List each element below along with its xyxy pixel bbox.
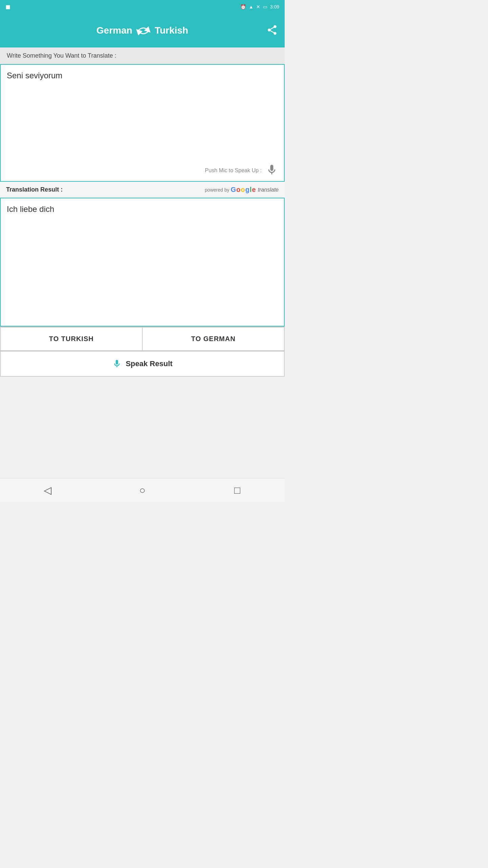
result-box: Ich liebe dich [0, 198, 285, 327]
signal-icon: ✕ [256, 4, 260, 9]
status-bar-right: ⏰ ▲ ✕ ▭ 3:09 [240, 4, 279, 9]
g-letter2: g [245, 186, 249, 194]
translation-result-text: Ich liebe dich [7, 204, 54, 214]
nav-bar: ◁ ○ □ [0, 478, 285, 502]
alarm-icon: ⏰ [240, 4, 246, 9]
wifi-icon: ▲ [249, 4, 253, 9]
app-icon: ◼ [5, 3, 11, 11]
powered-by: powered by G o o g l e translate [205, 186, 279, 194]
microphone-icon [266, 164, 278, 176]
mic-button[interactable] [266, 164, 278, 177]
translation-input[interactable]: Seni seviyorum [1, 65, 284, 160]
input-section: Seni seviyorum Push Mic to Speak Up : [0, 64, 285, 182]
translate-logo-text: translate [258, 187, 279, 193]
speak-mic-icon [112, 359, 122, 369]
translation-header: Translation Result : powered by G o o g … [0, 182, 285, 198]
o-letter: o [236, 186, 240, 194]
logo-text: German Turkish [97, 24, 188, 37]
l-letter: l [250, 186, 252, 194]
share-icon [266, 24, 278, 36]
google-logo: G o o g l e [231, 186, 256, 194]
subtitle-bar: Write Something You Want to Translate : [0, 47, 285, 64]
to-turkish-button[interactable]: TO TURKISH [0, 327, 142, 351]
status-bar: ◼ ⏰ ▲ ✕ ▭ 3:09 [0, 0, 285, 14]
share-button[interactable] [266, 24, 278, 37]
powered-by-text: powered by [205, 187, 229, 193]
time-display: 3:09 [270, 4, 279, 9]
speak-result-label: Speak Result [126, 359, 172, 368]
translation-result-label: Translation Result : [6, 186, 63, 193]
buttons-row: TO TURKISH TO GERMAN [0, 327, 285, 351]
back-button[interactable]: ◁ [37, 480, 58, 500]
to-german-button[interactable]: TO GERMAN [142, 327, 285, 351]
speak-result-button[interactable]: Speak Result [0, 351, 285, 377]
e-letter: e [252, 186, 256, 194]
g-letter: G [231, 186, 236, 194]
mic-row: Push Mic to Speak Up : [1, 161, 284, 181]
battery-icon: ▭ [263, 4, 267, 9]
logo-turkish: Turkish [155, 25, 188, 36]
header: German Turkish [0, 14, 285, 47]
header-logo: German Turkish [97, 24, 188, 37]
arrows-icon [135, 24, 152, 37]
logo-german: German [97, 25, 133, 36]
mic-label: Push Mic to Speak Up : [205, 167, 262, 174]
o-letter2: o [241, 186, 245, 194]
recents-button[interactable]: □ [227, 480, 247, 500]
subtitle-text: Write Something You Want to Translate : [7, 52, 116, 59]
status-bar-left: ◼ [5, 3, 11, 11]
home-button[interactable]: ○ [132, 480, 152, 500]
